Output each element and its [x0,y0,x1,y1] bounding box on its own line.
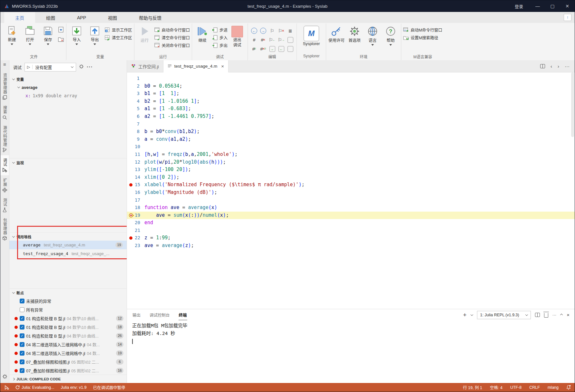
indent-left-icon[interactable]: ← [277,44,286,53]
activity-item-source-control[interactable]: 源代码管理 [0,123,9,155]
debug-config-dropdown[interactable]: ▷ 没有配置 [24,63,76,72]
breakpoint-row[interactable]: ✓04 将二维选项插入三维网格中.jl04 数...14 [9,340,127,349]
checkbox[interactable]: ✓ [20,299,24,303]
help-button[interactable]: ? 帮助 [382,25,399,46]
uncomment-block-icon[interactable]: #✕= [259,44,268,53]
checkbox[interactable] [20,307,24,312]
new-terminal-dropdown-icon[interactable] [470,313,473,316]
breakpoint-icon[interactable] [127,181,135,189]
panel-tab-调试控制台[interactable]: 调试控制台 [149,310,170,320]
debug-status-icon[interactable] [4,385,9,390]
favorite-script-icon[interactable]: ★ [58,26,64,34]
uncomment-icon[interactable]: #✕ [259,35,268,44]
ribbon-tab-帮助与反馈[interactable]: 帮助与反馈 [128,12,172,23]
kill-terminal-icon[interactable] [544,313,548,318]
checkbox[interactable]: ✓ [20,325,24,330]
checkbox[interactable]: ✓ [20,351,24,356]
comment-block-icon[interactable]: #= [250,44,258,53]
compiled-code-header[interactable]: JULIA: COMPILED CODE [9,375,127,383]
breakpoint-row[interactable]: ✓01 构造和处理 B 型.jl04 数学\10 曲线...18 [9,323,127,331]
julia-status[interactable]: Julia: Evaluating... [15,385,54,390]
start-debug-icon[interactable]: ▷ [25,65,33,69]
exception-breakpoint-row[interactable]: ✓未捕获的异常 [9,297,127,305]
current-statement-icon[interactable] [127,212,135,219]
ribbon-tab-APP[interactable]: APP [66,12,97,23]
julia-env[interactable]: Julia env: v1.9 [61,385,86,390]
nav-back-icon[interactable]: ‹ [551,63,552,69]
debugger-paused-status[interactable]: 已在调试器中暂停 [93,384,125,390]
stop-debug-button[interactable]: 退出调试 [229,25,246,48]
new-button[interactable]: 新建 [4,25,20,45]
bookmark-prev-icon[interactable]: ⚐← [268,35,277,44]
indentation-indicator[interactable]: 空格: 4 [490,384,502,390]
watch-header[interactable]: 监视 [9,158,127,167]
language-button[interactable]: 语言 [364,25,381,46]
close-workspace-icon[interactable]: ✕ [58,36,64,44]
ribbon-tab-视图[interactable]: 视图 [97,12,128,23]
editor-more-actions-icon[interactable]: ··· [565,63,570,69]
step-into-button[interactable]: 步入 [212,34,228,41]
notifications-bell-icon[interactable] [566,385,571,390]
placeholder-icon[interactable] [286,35,295,44]
breakpoint-icon[interactable] [127,234,135,242]
preferences-button[interactable]: 首选项 [346,25,363,43]
outline-icon[interactable]: ≣ [286,26,295,35]
ribbon-tab-主页[interactable]: 主页 [4,12,35,23]
activity-item-explorer[interactable]: 资源管理器 [0,70,9,103]
maximize-button[interactable]: ▢ [545,0,560,12]
variables-header[interactable]: 变量 [9,75,127,83]
line-col-indicator[interactable]: 行 19, 列 1 [463,384,482,390]
close-repl-button[interactable]: ✕ 关闭命令行窗口 [154,42,190,49]
step-out-button[interactable]: 步出 [212,42,228,49]
bookmark-clear-icon[interactable]: ⚐✕ [277,26,286,35]
variable-row[interactable]: x:1x99 double array [9,91,127,100]
maximize-panel-icon[interactable] [560,313,563,316]
clear-repl-button[interactable]: 清空命令行窗口 [154,34,190,41]
breakpoints-header[interactable]: 断点 [9,289,127,297]
panel-tab-输出[interactable]: 输出 [132,310,141,320]
bookmark-icon[interactable]: ⚐ [268,26,277,35]
set-m-path-button[interactable]: M 设置M搜索路径 [403,34,442,41]
step-over-button[interactable]: 步进 [212,26,228,33]
sysplorer-button[interactable]: M Sysplorer [299,25,324,46]
collapse-ribbon-button[interactable]: ↑ [564,14,571,21]
bookmark-next-icon[interactable]: ⚐→ [277,35,286,44]
export-button[interactable]: 导出 [86,25,103,45]
save-button[interactable]: 保存 [40,25,56,45]
breakpoint-row[interactable]: ✓01 构造和处理 B 型.jl04 数学\10 曲线...12 [9,314,127,323]
login-button[interactable]: 登录 [508,3,530,9]
nav-forward-icon[interactable]: → [259,26,268,35]
callstack-header[interactable]: 调用堆栈 [9,233,127,241]
checkbox[interactable]: ✓ [20,342,24,347]
run-button[interactable]: 运行 [136,25,153,43]
comment-toggle-icon[interactable]: # [250,35,258,44]
panel-more-actions-icon[interactable]: ··· [552,313,557,317]
ribbon-tab-绘图[interactable]: 绘图 [35,12,66,23]
callstack-frame[interactable]: test_freqz_usage_4test_freqz_usage_... [9,249,127,258]
activity-item-package[interactable]: 包管理器 [0,215,9,244]
clear-workspace-button[interactable]: 清空工作区 [104,34,132,41]
panel-tab-终端[interactable]: 终端 [179,310,187,320]
import-button[interactable]: 导入 [68,25,85,45]
open-button[interactable]: 打开 [22,25,38,45]
start-m-repl-button[interactable]: <M> 启动M命令行窗口 [403,26,442,33]
split-editor-icon[interactable] [540,64,545,68]
manage-gear-icon[interactable] [2,374,7,380]
more-actions-icon[interactable]: ··· [87,64,93,70]
checkbox[interactable]: ✓ [20,333,24,338]
minimize-button[interactable]: — [530,0,545,12]
editor-tab[interactable]: test_freqz_usage_4.m× [163,60,229,72]
menu-icon[interactable]: ≡ [3,62,6,67]
continue-button[interactable]: 继续 [194,25,211,43]
activity-item-test[interactable]: 测试 [0,195,9,215]
show-workspace-button[interactable]: 显示工作区 [104,26,132,33]
breakpoint-row[interactable]: ✓01 构造和处理 B 型.jl04 数学\10 曲线...26 [9,331,127,340]
activity-item-extensions[interactable]: 扩展 [0,175,9,195]
code-editor[interactable]: 12b0 = 0.05634;3b1 = [1 1];4b2 = [1 -1.0… [127,72,575,309]
variables-scope-row[interactable]: average [9,83,127,91]
checkbox[interactable]: ✓ [20,316,24,321]
language-mode-indicator[interactable]: mlang [548,385,559,390]
debug-settings-gear-icon[interactable] [79,64,84,70]
nav-back-icon[interactable]: ← [250,26,258,35]
license-button[interactable]: 使用许可 [328,25,345,43]
